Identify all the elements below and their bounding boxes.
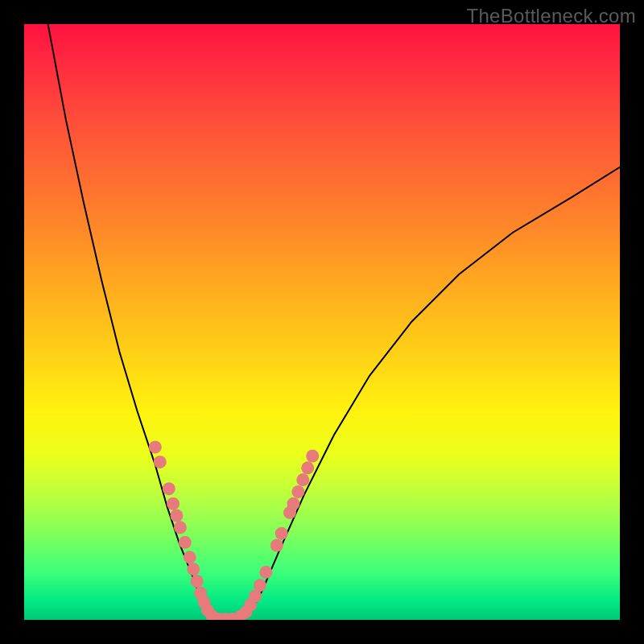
scatter-dot xyxy=(270,539,283,552)
scatter-dot xyxy=(170,510,183,522)
scatter-dot xyxy=(187,563,200,576)
curve-group xyxy=(48,24,620,620)
scatter-dot xyxy=(163,482,175,495)
chart-frame: TheBottleneck.com xyxy=(0,0,644,644)
scatter-dot xyxy=(296,473,309,486)
curve-right-branch xyxy=(250,167,620,614)
scatter-dot xyxy=(179,536,192,549)
scatter-dot xyxy=(191,575,204,588)
scatter-dot xyxy=(287,497,300,510)
scatter-dot xyxy=(167,497,180,510)
scatter-dot xyxy=(184,551,196,564)
scatter-dot xyxy=(154,456,167,469)
scatter-dot xyxy=(301,461,314,474)
chart-svg xyxy=(24,24,620,620)
scatter-dot xyxy=(254,579,266,592)
scatter-dot xyxy=(174,521,187,534)
scatter-dot xyxy=(259,566,272,579)
scatter-dot xyxy=(291,485,304,498)
scatter-dot xyxy=(306,450,319,463)
watermark-text: TheBottleneck.com xyxy=(466,5,636,27)
plot-area xyxy=(24,24,620,620)
scatter-dot xyxy=(275,527,288,540)
scatter-dot xyxy=(149,440,162,453)
